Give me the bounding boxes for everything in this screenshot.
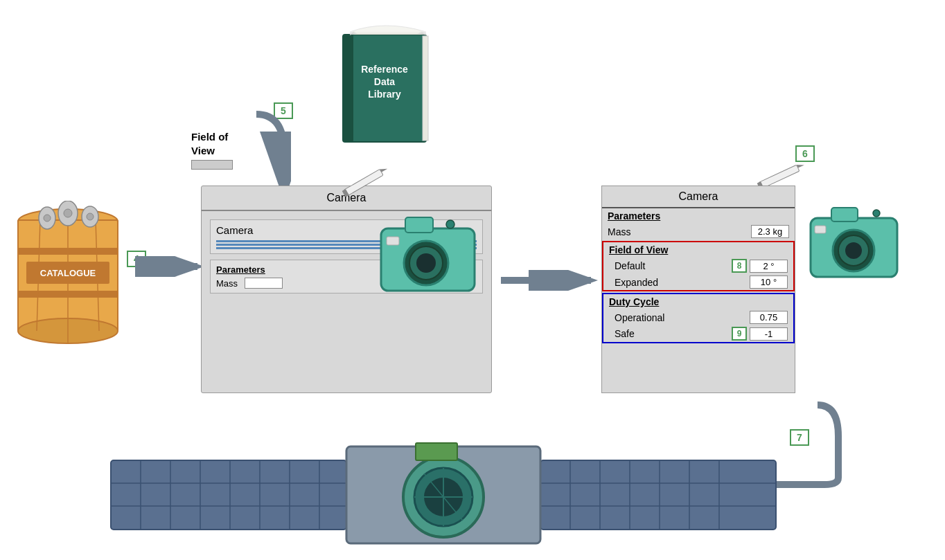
svg-point-15 (87, 213, 94, 220)
svg-text:Reference: Reference (361, 64, 408, 75)
svg-point-14 (64, 209, 72, 217)
duty-section: Duty Cycle Operational 0.75 Safe 9 -1 (602, 293, 795, 343)
arrow-4 (135, 256, 204, 277)
svg-rect-20 (343, 35, 353, 142)
svg-rect-48 (111, 460, 346, 530)
svg-text:Data: Data (374, 76, 396, 87)
svg-text:CATALOGUE: CATALOGUE (40, 268, 96, 278)
reference-book: Reference Data Library (329, 21, 440, 162)
svg-point-44 (845, 242, 862, 259)
fov-header: Field of View (603, 242, 793, 258)
svg-rect-74 (416, 443, 457, 460)
camera-right (804, 201, 904, 284)
svg-point-39 (446, 220, 454, 228)
right-data-panel: Camera Parameters Mass 2.3 kg Field of V… (601, 186, 795, 393)
svg-rect-45 (815, 226, 826, 233)
satellite (97, 422, 790, 554)
svg-point-13 (44, 215, 51, 222)
default-row: Default 8 2 ° (603, 258, 793, 274)
mass-row: Mass 2.3 kg (602, 224, 795, 240)
operational-row: Operational 0.75 (603, 309, 793, 325)
safe-row: Safe 9 -1 (603, 325, 793, 342)
arrow-mid (497, 270, 601, 291)
fov-label-area: Field of View (191, 130, 233, 170)
step-9-inline: 9 (732, 327, 747, 341)
right-panel-title: Camera (602, 186, 795, 208)
duty-header: Duty Cycle (603, 294, 793, 309)
svg-rect-41 (831, 208, 858, 222)
params-header: Parameters (602, 208, 795, 224)
svg-point-37 (416, 253, 436, 273)
svg-point-46 (873, 210, 880, 217)
camera-left (374, 208, 482, 298)
step-8-inline: 8 (732, 259, 747, 273)
barrel: CATALOGUE (12, 201, 123, 353)
mass-input-left (245, 278, 283, 289)
svg-rect-34 (405, 217, 433, 233)
expanded-row: Expanded 10 ° (603, 274, 793, 290)
svg-text:Library: Library (368, 89, 401, 100)
svg-rect-21 (423, 36, 428, 141)
svg-marker-31 (797, 162, 804, 168)
fov-section: Field of View Default 8 2 ° Expanded 10 … (602, 241, 795, 291)
fov-input-box (191, 160, 233, 170)
svg-rect-58 (540, 460, 776, 530)
svg-rect-38 (387, 237, 399, 245)
